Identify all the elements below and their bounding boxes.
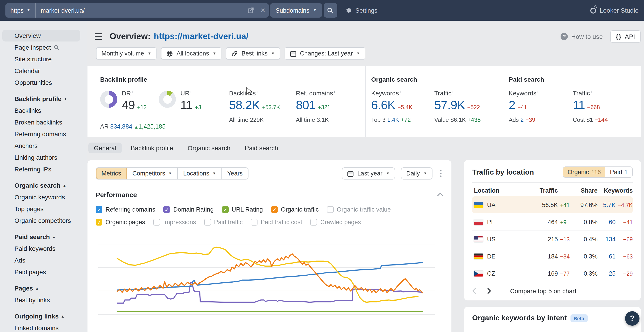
location-row-cz[interactable]: CZ169−770.3%25−29 [472, 265, 633, 282]
keywords-value[interactable]: 61 [598, 253, 616, 260]
sidebar-section-pages[interactable]: Pages▲ [0, 278, 88, 294]
api-button[interactable]: {} API [610, 30, 641, 43]
filter-changes-last-year[interactable]: Changes: Last year▼ [284, 47, 365, 60]
toggle-organic[interactable]: Organic116 [563, 167, 606, 177]
checkbox-impressions[interactable]: Impressions [153, 219, 196, 226]
sidebar-item-ads[interactable]: Ads [2, 254, 80, 266]
chevron-up-icon: ▲ [63, 183, 66, 188]
sidebar-item-linked-domains[interactable]: Linked domains [2, 322, 80, 332]
sidebar-section-organic-search[interactable]: Organic search▲ [0, 175, 88, 191]
help-button[interactable]: ? [625, 311, 640, 326]
chevron-up-icon: ▲ [64, 97, 68, 101]
info-icon[interactable]: i [132, 89, 132, 94]
sidebar-section-outgoing-links[interactable]: Outgoing links▲ [0, 306, 88, 322]
filter-best-links[interactable]: Best links▼ [226, 47, 280, 60]
sidebar-item-organic-keywords[interactable]: Organic keywords [2, 191, 80, 203]
checkbox-paid-traffic-cost[interactable]: Paid traffic cost [251, 219, 302, 226]
sidebar-item-calendar[interactable]: Calendar [2, 65, 80, 77]
location-row-de[interactable]: DE184−840.3%61−63 [472, 248, 633, 265]
info-icon[interactable]: i [334, 89, 335, 94]
sidebar-item-best-by-links[interactable]: Best by links [2, 294, 80, 306]
filter-all-locations[interactable]: All locations▼ [161, 47, 222, 60]
keywords-value[interactable]: 6.6K [371, 98, 395, 112]
tab-backlink-profile[interactable]: Backlink profile [125, 142, 178, 153]
checkbox-organic-traffic[interactable]: ✓Organic traffic [271, 206, 319, 213]
looker-studio-link[interactable]: Looker Studio [590, 7, 638, 14]
menu-icon[interactable] [95, 34, 102, 40]
open-external-icon[interactable] [245, 3, 256, 18]
sidebar-section-backlink-profile[interactable]: Backlink profile▲ [0, 88, 88, 105]
tab-organic-search[interactable]: Organic search [182, 142, 236, 153]
checkbox-paid-traffic[interactable]: Paid traffic [204, 219, 243, 226]
segment-locations[interactable]: Locations▼ [177, 168, 221, 179]
segment-metrics[interactable]: Metrics [96, 168, 126, 179]
interval-button[interactable]: Daily ▼ [401, 167, 432, 180]
checkbox-organic-traffic-value[interactable]: Organic traffic value [327, 206, 391, 213]
keywords-value[interactable]: 60 [598, 219, 616, 226]
info-icon[interactable]: i [591, 89, 592, 94]
sidebar-item-organic-competitors[interactable]: Organic competitors [2, 215, 80, 226]
toggle-paid[interactable]: Paid1 [606, 167, 632, 177]
sidebar-item-opportunities[interactable]: Opportunities [2, 77, 80, 88]
filter-monthly-volume[interactable]: Monthly volume▼ [96, 47, 157, 60]
collapse-section-icon[interactable] [437, 192, 443, 197]
sidebar-item-site-structure[interactable]: Site structure [2, 53, 80, 65]
sub-value[interactable]: 1.4K [387, 116, 399, 123]
sidebar-item-paid-pages[interactable]: Paid pages [2, 266, 80, 278]
next-page-icon[interactable] [487, 288, 491, 294]
traffic-value[interactable]: 57.9K [434, 98, 465, 112]
checkbox-url-rating[interactable]: ✓URL Rating [222, 206, 263, 213]
settings-button[interactable]: Settings [346, 7, 378, 14]
segment-competitors[interactable]: Competitors▼ [126, 168, 177, 179]
sidebar-item-anchors[interactable]: Anchors [2, 140, 80, 152]
search-button[interactable] [324, 3, 337, 18]
keywords-value[interactable]: 5.7K [598, 202, 616, 208]
sidebar-item-page-inspect[interactable]: Page inspect [2, 42, 80, 53]
protocol-dropdown[interactable]: https ▼ [6, 3, 36, 18]
how-to-use-link[interactable]: How to use [571, 33, 603, 40]
sidebar-item-paid-keywords[interactable]: Paid keywords [2, 243, 80, 254]
performance-chart[interactable] [96, 232, 443, 322]
checkbox-organic-pages[interactable]: ✓Organic pages [96, 219, 145, 226]
checkbox-referring-domains[interactable]: ✓Referring domains [96, 206, 155, 213]
keywords-value[interactable]: 25 [598, 270, 616, 277]
sidebar-item-referring-ips[interactable]: Referring IPs [2, 163, 80, 175]
sidebar-item-top-pages[interactable]: Top pages [2, 203, 80, 215]
page-title-link[interactable]: https://market-dveri.ua/ [154, 32, 248, 41]
sub-value[interactable]: 2 [520, 116, 524, 123]
keywords-value[interactable]: 2 [509, 98, 515, 112]
sidebar-item-broken-backlinks[interactable]: Broken backlinks [2, 116, 80, 128]
info-icon[interactable]: i [256, 89, 258, 94]
info-icon[interactable]: i [452, 89, 453, 94]
sidebar-item-linking-authors[interactable]: Linking authors [2, 152, 80, 163]
main-content: Overview:https://market-dveri.ua/ ? How … [88, 21, 644, 332]
backlinks-value[interactable]: 58.2K [229, 98, 260, 112]
checkbox-domain-rating[interactable]: ✓Domain Rating [164, 206, 214, 213]
checkbox-crawled-pages[interactable]: Crawled pages [310, 219, 361, 226]
location-row-us[interactable]: US215−130.4%134−69 [472, 230, 633, 248]
sidebar-section-paid-search[interactable]: Paid search▲ [0, 226, 88, 243]
scope-dropdown[interactable]: Subdomains ▼ [270, 3, 322, 18]
keywords-value[interactable]: 134 [598, 236, 616, 243]
info-icon[interactable]: i [400, 89, 401, 94]
info-icon[interactable]: i [190, 89, 191, 94]
location-row-ua[interactable]: UA56.5K+4197.6%5.7K−4.7K [472, 196, 633, 213]
sidebar-item-referring-domains[interactable]: Referring domains [2, 128, 80, 140]
compare-top5-link[interactable]: Compare top 5 on chart [510, 287, 576, 294]
prev-page-icon[interactable] [472, 288, 476, 294]
url-input[interactable]: market-dveri.ua/ [36, 7, 245, 14]
tab-paid-search[interactable]: Paid search [240, 142, 284, 153]
segment-years[interactable]: Years [222, 168, 248, 179]
sidebar-item-backlinks[interactable]: Backlinks [2, 105, 80, 116]
date-range-button[interactable]: Last year ▼ [342, 167, 395, 180]
location-row-pl[interactable]: PL464+90.8%60−41 [472, 213, 633, 230]
ur-value: 11 [180, 98, 192, 112]
more-options-icon[interactable] [438, 169, 443, 178]
ref-domains-value[interactable]: 801 [296, 98, 316, 112]
traffic-value[interactable]: 11 [573, 98, 585, 112]
sidebar-item-overview[interactable]: Overview [2, 30, 80, 42]
clear-url-icon[interactable]: ✕ [257, 3, 269, 18]
ar-value[interactable]: 834,884 [110, 123, 132, 130]
tab-general[interactable]: General [88, 142, 122, 153]
info-icon[interactable]: i [537, 89, 538, 94]
